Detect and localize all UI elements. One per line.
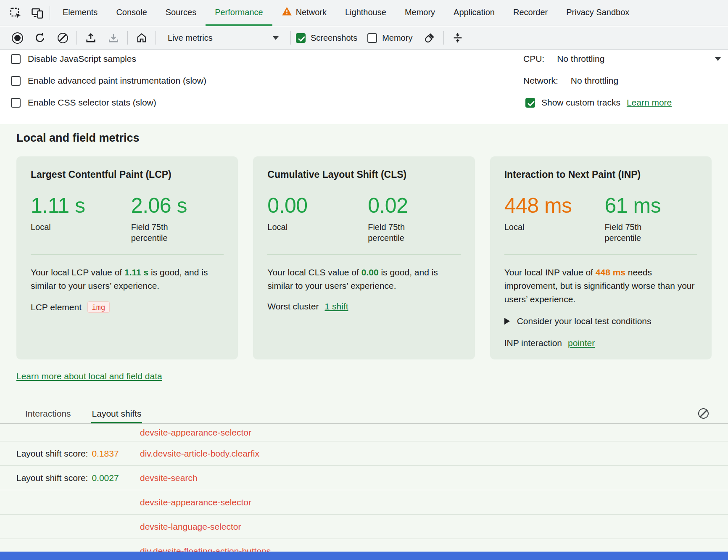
tab-network[interactable]: Network — [272, 0, 336, 26]
live-metrics-panel: Local and field metrics Largest Contentf… — [0, 124, 728, 560]
cls-local-label: Local — [267, 222, 368, 232]
tab-privacy-sandbox[interactable]: Privacy Sandbox — [557, 0, 638, 26]
lcp-values: 1.11 s Local 2.06 s Field 75th percentil… — [31, 195, 224, 244]
metric-card-lcp: Largest Contentful Paint (LCP) 1.11 s Lo… — [16, 156, 238, 359]
collect-garbage-button[interactable] — [421, 29, 438, 47]
collapse-icon — [452, 32, 464, 44]
clear-log-icon[interactable] — [698, 408, 709, 419]
view-mode-value: Live metrics — [168, 33, 213, 43]
layout-shift-row: Layout shift score: 0.0027 devsite-searc… — [0, 466, 728, 490]
divider — [267, 254, 460, 255]
performance-toolbar: Live metrics Screenshots Memory — [0, 26, 728, 50]
layout-shift-row: devsite-appearance-selector — [0, 490, 728, 515]
separator — [443, 31, 444, 45]
custom-tracks-label: Show custom tracks — [541, 98, 620, 108]
disable-js-samples-row: Disable JavaScript samples — [11, 51, 136, 66]
screenshots-checkbox[interactable] — [296, 33, 306, 43]
load-profile-button[interactable] — [82, 29, 100, 47]
view-mode-select[interactable]: Live metrics — [161, 29, 285, 47]
cpu-throttle-select[interactable]: No throttling — [557, 54, 721, 64]
local-field-data-learn-more-link[interactable]: Learn more about local and field data — [16, 371, 162, 381]
separator — [156, 31, 156, 45]
clear-button[interactable] — [54, 29, 71, 47]
inp-interaction-link[interactable]: pointer — [568, 338, 595, 348]
shift-node-link[interactable]: devsite-appearance-selector — [140, 428, 251, 438]
disable-js-samples-checkbox[interactable] — [11, 54, 21, 64]
cpu-throttle-value: No throttling — [557, 54, 604, 64]
collect-garbage-icon — [424, 32, 435, 44]
page-title: Local and field metrics — [16, 132, 140, 145]
network-throttle-select[interactable]: No throttling — [571, 76, 728, 86]
lcp-local-value: 1.11 s — [31, 195, 131, 217]
inp-description: Your local INP value of 448 ms needs imp… — [504, 266, 697, 306]
live-metrics-home-button[interactable] — [133, 29, 150, 47]
tab-recorder[interactable]: Recorder — [504, 0, 557, 26]
cls-values: 0.00 Local 0.02 Field 75th percentile — [267, 195, 460, 244]
inspect-icon[interactable] — [7, 4, 24, 22]
shift-score-value: 0.1837 — [92, 449, 119, 459]
tab-console[interactable]: Console — [107, 0, 156, 26]
upload-icon — [85, 32, 97, 44]
lcp-element-row: LCP element img — [31, 301, 224, 313]
chevron-down-icon — [715, 57, 721, 61]
custom-tracks-checkbox[interactable] — [525, 98, 535, 108]
shift-node-link[interactable]: devsite-appearance-selector — [140, 497, 251, 507]
shift-node-link[interactable]: div.devsite-article-body.clearfix — [140, 449, 259, 459]
tab-sources[interactable]: Sources — [156, 0, 206, 26]
memory-checkbox[interactable] — [367, 33, 377, 43]
collapse-panel-button[interactable] — [449, 29, 467, 47]
lcp-desc-value: 1.11 s — [124, 267, 148, 277]
inp-interaction-row: INP interaction pointer — [504, 338, 697, 348]
settings-pane: Disable JavaScript samples Enable advanc… — [0, 50, 728, 124]
inp-interaction-label: INP interaction — [504, 338, 562, 348]
custom-tracks-learn-more-link[interactable]: Learn more — [627, 98, 672, 108]
layout-shift-row: Layout shift score: 0.1837 div.devsite-a… — [0, 441, 728, 466]
separator — [50, 6, 50, 20]
lcp-card-title: Largest Contentful Paint (LCP) — [31, 169, 224, 180]
layout-shift-row: devsite-appearance-selector — [0, 424, 728, 441]
css-selector-stats-row: Enable CSS selector stats (slow) — [11, 95, 156, 110]
shift-score-label: Layout shift score: — [16, 473, 88, 483]
local-test-conditions-expander[interactable]: Consider your local test conditions — [504, 316, 697, 326]
logs-tab-bar: Interactions Layout shifts — [0, 405, 728, 424]
worst-cluster-link[interactable]: 1 shift — [324, 301, 348, 312]
disable-js-samples-label: Disable JavaScript samples — [28, 54, 136, 64]
inp-card-title: Interaction to Next Paint (INP) — [504, 169, 697, 180]
device-toolbar-icon[interactable] — [29, 4, 46, 22]
panel-tabs: Elements Console Sources Performance Net… — [53, 0, 638, 26]
record-button[interactable] — [8, 29, 26, 47]
cls-desc-value: 0.00 — [361, 267, 379, 277]
worst-cluster-label: Worst cluster — [267, 301, 319, 312]
shift-score-label: Layout shift score: — [16, 449, 88, 459]
tab-application[interactable]: Application — [444, 0, 504, 26]
network-throttle-row: Network: No throttling — [523, 73, 728, 88]
css-selector-stats-checkbox[interactable] — [11, 98, 21, 108]
page-bottom-strip — [0, 552, 728, 560]
reload-and-record-button[interactable] — [31, 29, 49, 47]
inp-values: 448 ms Local 61 ms Field 75th percentile — [504, 195, 697, 244]
local-test-conditions-label: Consider your local test conditions — [517, 316, 652, 326]
screenshots-label: Screenshots — [311, 33, 357, 43]
shift-node-link[interactable]: devsite-search — [140, 473, 198, 483]
tab-memory[interactable]: Memory — [396, 0, 444, 26]
separator — [290, 31, 291, 45]
cls-local-value: 0.00 — [267, 195, 368, 217]
cls-field-value: 0.02 — [368, 195, 460, 217]
metric-card-cls: Cumulative Layout Shift (CLS) 0.00 Local… — [253, 156, 475, 359]
lcp-element-node-link[interactable]: img — [87, 301, 110, 313]
network-throttle-value: No throttling — [571, 76, 618, 86]
tab-lighthouse[interactable]: Lighthouse — [336, 0, 396, 26]
logs-section: Interactions Layout shifts devsite-appea… — [0, 405, 728, 560]
advanced-paint-row: Enable advanced paint instrumentation (s… — [11, 73, 206, 88]
tab-interactions[interactable]: Interactions — [24, 405, 72, 423]
layout-shifts-table: devsite-appearance-selector Layout shift… — [0, 424, 728, 560]
save-profile-button[interactable] — [105, 29, 122, 47]
tab-performance[interactable]: Performance — [206, 0, 272, 26]
tab-layout-shifts[interactable]: Layout shifts — [91, 405, 142, 423]
separator — [127, 31, 128, 45]
advanced-paint-checkbox[interactable] — [11, 76, 21, 86]
shift-node-link[interactable]: devsite-language-selector — [140, 522, 241, 532]
lcp-field-value: 2.06 s — [131, 195, 224, 217]
cls-card-title: Cumulative Layout Shift (CLS) — [267, 169, 460, 180]
tab-elements[interactable]: Elements — [53, 0, 107, 26]
